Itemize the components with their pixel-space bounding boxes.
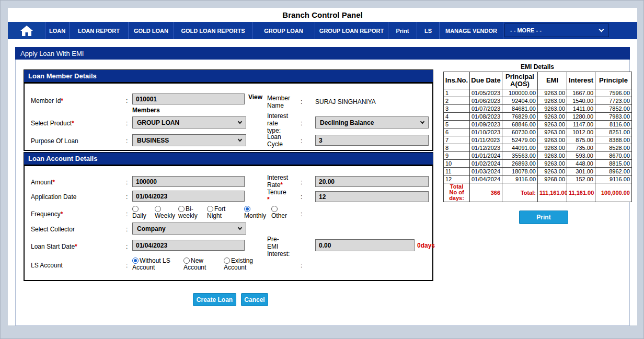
- nav-item-loan[interactable]: LOAN: [45, 22, 70, 39]
- page-title: Branch Control Panel: [8, 10, 637, 19]
- separator-colon: :: [301, 262, 302, 269]
- emi-cell: 9: [444, 152, 470, 160]
- nav-item-print[interactable]: Print: [388, 22, 417, 39]
- interest-rate-input[interactable]: 20.00: [315, 176, 429, 187]
- radio-icon: [155, 206, 161, 212]
- interest-rate-type-select[interactable]: Declining Balance: [315, 116, 429, 128]
- cancel-button[interactable]: Cancel: [241, 293, 268, 306]
- emi-row: 601/10/202360730.009263.001012.008251.00: [444, 128, 632, 136]
- emi-cell: 01/03/2024: [470, 168, 502, 176]
- loan-cycle-input[interactable]: 3: [315, 135, 429, 146]
- emi-cell: 7: [444, 136, 470, 144]
- emi-cell: 01/10/2023: [470, 128, 502, 136]
- nav-item-gold-loan-reports[interactable]: GOLD LOAN REPORTS: [174, 22, 252, 39]
- nav-item-gold-loan[interactable]: GOLD LOAN: [129, 22, 174, 39]
- purpose-select[interactable]: BUSINESS: [132, 134, 246, 146]
- nav-home[interactable]: [8, 22, 45, 39]
- interest-rate-label: InterestRate*: [267, 174, 297, 189]
- radio-icon: [224, 258, 230, 264]
- emi-cell: 9263.00: [538, 121, 567, 128]
- member-id-input[interactable]: 010001: [132, 93, 245, 104]
- emi-cell: 9263.00: [538, 144, 567, 152]
- member-details-section: Member Id* : 010001 View Members MemberN…: [24, 83, 433, 151]
- view-members-link[interactable]: View: [248, 93, 262, 101]
- application-date-input[interactable]: 01/04/2023: [132, 191, 245, 202]
- chevron-down-icon: [238, 226, 242, 230]
- emi-cell: 5: [444, 121, 470, 128]
- emi-cell: 9116.00: [502, 176, 538, 183]
- nav-item-manage-vendor[interactable]: MANAGE VENDOR: [440, 22, 503, 39]
- loan-cycle-label: LoanCycle: [267, 133, 297, 148]
- amount-input[interactable]: 100000: [132, 176, 245, 187]
- collector-select[interactable]: Company: [132, 223, 246, 235]
- emi-cell: 1540.00: [567, 97, 595, 105]
- emi-table-body: 101/05/2023100000.009263.001667.007596.0…: [444, 89, 632, 183]
- emi-cell: 8670.00: [595, 152, 632, 160]
- emi-total-days: 366: [470, 183, 502, 202]
- emi-col-insno: Ins.No.: [444, 72, 470, 89]
- emi-cell: 01/04/2024: [470, 176, 502, 183]
- view-members-link-line2[interactable]: Members: [132, 107, 160, 114]
- emi-cell: 01/09/2023: [470, 121, 502, 128]
- emi-row: 1001/02/202426893.009263.00448.008815.00: [444, 160, 632, 168]
- emi-cell: 448.00: [567, 160, 595, 168]
- print-button[interactable]: Print: [519, 211, 568, 224]
- ls-account-label: LS Account: [31, 262, 63, 269]
- amount-label: Amount*: [31, 179, 55, 186]
- tenure-input[interactable]: 12: [315, 191, 429, 202]
- separator-colon: :: [126, 211, 128, 218]
- separator-colon: :: [126, 179, 128, 186]
- emi-cell: 9268.00: [538, 176, 567, 183]
- emi-row: 501/09/202368846.009263.001147.008116.00: [444, 121, 632, 128]
- nav-item-ls[interactable]: LS: [417, 22, 440, 39]
- frequency-radio-monthly[interactable]: Monthly: [244, 206, 266, 219]
- emi-cell: 84681.00: [502, 105, 538, 113]
- member-details-header: Loan Member Details: [24, 69, 433, 83]
- frequency-radio-weekly[interactable]: Weekly: [155, 206, 175, 219]
- chevron-down-icon: [599, 27, 604, 32]
- ls-radio-existing[interactable]: ExistingAccount: [224, 258, 253, 271]
- emi-cell: 8815.00: [595, 160, 632, 168]
- emi-cell: 8: [444, 144, 470, 152]
- ls-radio-new[interactable]: NewAccount: [183, 258, 206, 271]
- radio-icon: [207, 206, 213, 212]
- frequency-radio-biweekly[interactable]: Bi-weekly: [178, 206, 198, 219]
- emi-cell: 4: [444, 113, 470, 121]
- emi-cell: 2: [444, 97, 470, 105]
- emi-cell: 735.00: [567, 144, 595, 152]
- emi-cell: 9263.00: [538, 136, 567, 144]
- frequency-radio-fortnight[interactable]: FortNight: [207, 206, 225, 219]
- banner-title: Apply Loan With EMI: [20, 50, 84, 57]
- account-details-section: Amount* : 100000 InterestRate* : 20.00 A…: [24, 165, 433, 281]
- loan-start-date-label: Loan Start Date*: [31, 243, 77, 250]
- emi-cell: 1: [444, 89, 470, 97]
- emi-table: Ins.No. Due Date Principal A(OS) EMI Int…: [443, 72, 632, 202]
- emi-cell: 44091.00: [502, 144, 538, 152]
- frequency-radio-daily[interactable]: Daily: [132, 206, 146, 219]
- account-details-title: Loan Account Details: [28, 155, 97, 162]
- nav-item-group-loan[interactable]: GROUP LOAN: [252, 22, 315, 39]
- emi-cell: 9263.00: [538, 160, 567, 168]
- ls-radio-without[interactable]: Without LSAccount: [132, 258, 170, 271]
- create-loan-button[interactable]: Create Loan: [193, 293, 236, 306]
- frequency-radio-other[interactable]: Other: [271, 206, 287, 219]
- emi-col-emi: EMI: [538, 72, 567, 89]
- emi-total-interest: 11,161.00: [567, 183, 595, 202]
- product-select[interactable]: GROUP LOAN: [132, 116, 246, 128]
- emi-cell: 01/12/2023: [470, 144, 502, 152]
- loan-start-date-input[interactable]: 01/04/2023: [132, 240, 245, 251]
- emi-header-row: Ins.No. Due Date Principal A(OS) EMI Int…: [444, 72, 632, 89]
- chevron-down-icon: [420, 120, 424, 124]
- nav-item-loan-report[interactable]: LOAN REPORT: [70, 22, 129, 39]
- member-name-value: SURAJ SINGHANIYA: [315, 98, 376, 106]
- nav-more-label: - - MORE - -: [510, 27, 542, 33]
- nav-item-group-loan-report[interactable]: GROUP LOAN REPORT: [315, 22, 388, 39]
- emi-cell: 26893.00: [502, 160, 538, 168]
- radio-icon: [178, 206, 185, 212]
- account-details-header: Loan Account Details: [24, 152, 433, 165]
- emi-cell: 9263.00: [538, 128, 567, 136]
- pre-emi-interest-input[interactable]: 0.00: [315, 239, 415, 251]
- nav-more-dropdown[interactable]: - - MORE - -: [504, 24, 609, 37]
- emi-cell: 12: [444, 176, 470, 183]
- emi-cell: 18078.00: [502, 168, 538, 176]
